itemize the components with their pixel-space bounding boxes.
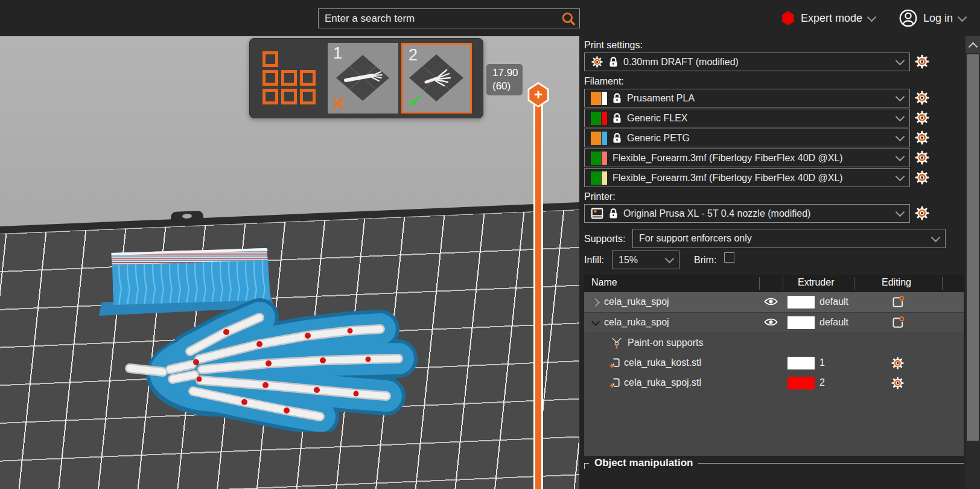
brim-label: Brim: <box>694 255 716 266</box>
plate-2-accept-icon: ✓ <box>407 91 424 110</box>
plate-2-number: 2 <box>409 46 418 65</box>
print-bed-tab <box>171 211 204 222</box>
object-name: cela_ruka_spoj <box>604 317 669 328</box>
supports-combo[interactable]: For support enforcers only <box>632 229 946 248</box>
layer-height-value: 17.90 <box>492 66 523 80</box>
expert-mode-selector[interactable]: Expert mode <box>781 11 875 25</box>
filament-5-edit-gear[interactable] <box>914 170 930 185</box>
plate-2-thumbnail-selected[interactable]: 2 ✓ <box>401 43 472 113</box>
object-manipulation-section: Object manipulation <box>584 457 964 469</box>
print-settings-value: 0.30mm DRAFT (modified) <box>623 57 739 68</box>
part-row-kost[interactable]: cela_ruka_kost.stl 1 <box>584 353 964 373</box>
all-plates-thumbnail[interactable] <box>254 43 325 113</box>
scroll-up-button[interactable] <box>966 36 980 53</box>
object-settings-icon[interactable] <box>891 316 905 330</box>
plate-1-thumbnail[interactable]: 1 × <box>328 43 398 113</box>
lock-icon <box>612 112 622 124</box>
extruder-color-swatch <box>788 357 815 369</box>
layer-slider-track[interactable] <box>533 101 543 489</box>
filament-2-edit-gear[interactable] <box>914 110 930 126</box>
column-name: Name <box>591 277 617 288</box>
search-box <box>318 8 580 28</box>
printer-edit-gear[interactable] <box>914 205 930 221</box>
expand-chevron-icon[interactable] <box>591 298 600 307</box>
search-icon[interactable] <box>561 11 576 26</box>
plus-icon: + <box>534 88 542 102</box>
chevron-down-icon <box>931 232 941 242</box>
subitem-name: Paint-on supports <box>628 337 703 348</box>
lock-icon <box>612 132 622 144</box>
part-settings-gear-icon[interactable] <box>891 356 905 370</box>
chevron-down-icon <box>867 12 877 22</box>
plate-1-number: 1 <box>333 44 342 63</box>
scrollbar-thumb[interactable] <box>967 54 979 441</box>
user-icon <box>899 9 917 27</box>
chevron-down-icon <box>896 152 905 162</box>
search-input[interactable] <box>319 13 561 25</box>
filament-combo-5[interactable]: Flexible_Forearm.3mf (Fiberlogy FiberFle… <box>584 168 910 187</box>
object-settings-icon[interactable] <box>891 295 905 309</box>
visibility-eye-icon[interactable] <box>764 317 778 327</box>
printer-combo[interactable]: Original Prusa XL - 5T 0.4 nozzle (modif… <box>584 204 910 223</box>
column-extruder: Extruder <box>798 277 834 288</box>
group-border-line <box>698 463 964 464</box>
print-settings-edit-gear[interactable] <box>914 54 930 69</box>
printer-icon <box>591 207 603 220</box>
printer-label: Printer: <box>584 191 616 202</box>
filament-label: Filament: <box>584 76 624 87</box>
chevron-down-icon <box>665 254 675 264</box>
group-border <box>584 463 589 469</box>
part-settings-gear-icon[interactable] <box>891 376 905 390</box>
filament-1-name: Prusament PLA <box>627 93 695 104</box>
visibility-eye-icon[interactable] <box>764 296 778 307</box>
extruder-color-swatch <box>788 296 815 308</box>
chevron-down-icon <box>896 112 905 122</box>
part-row-spoj[interactable]: cela_ruka_spoj.stl 2 <box>584 373 964 393</box>
part-name: cela_ruka_spoj.stl <box>624 377 701 388</box>
filament-color-swatch <box>591 132 607 145</box>
object-row-1[interactable]: cela_ruka_spoj default <box>584 292 964 313</box>
extruder-color-swatch <box>788 377 815 389</box>
chevron-down-icon <box>958 12 967 22</box>
filament-combo-2[interactable]: Generic FLEX <box>584 109 910 127</box>
all-plates-icon <box>262 51 316 104</box>
extruder-value: default <box>819 296 848 307</box>
layer-slider-handle[interactable]: + <box>527 82 550 107</box>
extruder-value: 1 <box>819 357 825 368</box>
filament-color-swatch <box>591 112 607 125</box>
paint-brush-icon <box>611 336 623 350</box>
login-button[interactable]: Log in <box>899 9 966 27</box>
chevron-down-icon <box>896 172 905 182</box>
column-editing: Editing <box>882 277 911 288</box>
layer-number-value: (60) <box>492 80 523 93</box>
supports-label: Supports: <box>584 234 625 245</box>
filament-combo-3[interactable]: Generic PETG <box>584 129 910 147</box>
filament-4-edit-gear[interactable] <box>914 150 930 165</box>
part-name: cela_ruka_kost.stl <box>624 357 701 368</box>
sidebar-scrollbar[interactable] <box>966 36 980 489</box>
print-settings-combo[interactable]: 0.30mm DRAFT (modified) <box>584 53 910 71</box>
extruder-value: 2 <box>819 377 825 388</box>
filament-color-swatch <box>591 92 607 105</box>
filament-color-swatch <box>591 152 607 165</box>
settings-sidebar: Print settings: 0.30mm DRAFT (modified) … <box>579 36 966 489</box>
filament-combo-4[interactable]: Flexible_Forearm.3mf (Fiberlogy FiberFle… <box>584 149 910 167</box>
collapse-chevron-icon[interactable] <box>591 318 600 326</box>
infill-combo[interactable]: 15% <box>612 251 679 269</box>
layer-slider-tooltip: 17.90 (60) <box>486 64 523 95</box>
paint-on-supports-row[interactable]: Paint-on supports <box>584 333 964 353</box>
object-row-2-selected[interactable]: cela_ruka_spoj default <box>584 313 964 333</box>
filament-3-edit-gear[interactable] <box>914 130 930 145</box>
viewport-3d[interactable]: 1 × 2 ✓ 17.90 <box>0 36 579 489</box>
expert-mode-label: Expert mode <box>801 12 862 25</box>
object-list: Name Extruder Editing cela_ruka_spoj def… <box>584 275 964 456</box>
lock-icon <box>612 92 622 104</box>
prusaslicer-window: 1 × 2 ✓ 17.90 <box>0 0 980 489</box>
filament-combo-1[interactable]: Prusament PLA <box>584 89 910 107</box>
print-settings-label: Print settings: <box>584 40 643 51</box>
chevron-down-icon <box>896 92 905 102</box>
brim-checkbox[interactable] <box>724 252 734 263</box>
object-list-header: Name Extruder Editing <box>584 275 964 292</box>
filament-5-name: Flexible_Forearm.3mf (Fiberlogy FiberFle… <box>612 173 843 184</box>
filament-1-edit-gear[interactable] <box>914 90 930 106</box>
